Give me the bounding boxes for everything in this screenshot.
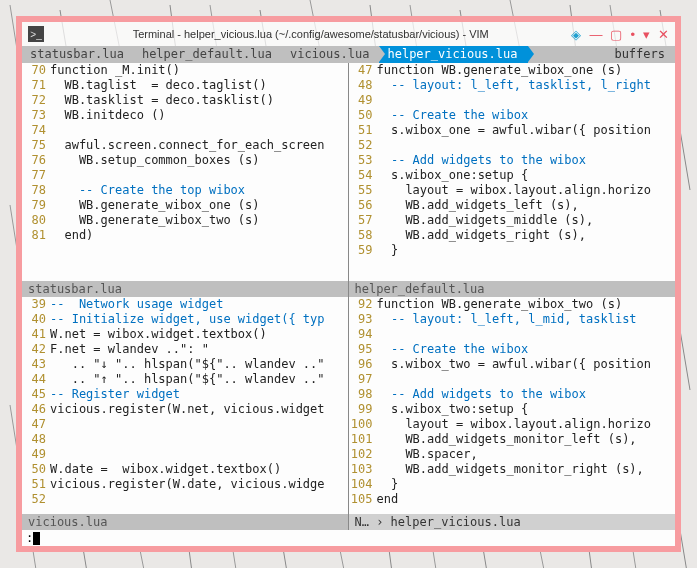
vim-command-line[interactable]: : xyxy=(22,530,675,546)
pane-top-left[interactable]: 70function _M.init()71 WB.taglist = deco… xyxy=(22,63,349,297)
code-text: WB.taglist = deco.taglist() xyxy=(50,78,348,93)
code-line: 47 xyxy=(22,417,348,432)
line-number: 52 xyxy=(349,138,377,153)
code-text: s.wibox_one = awful.wibar({ position xyxy=(377,123,676,138)
code-text: layout = wibox.layout.align.horizo xyxy=(377,417,676,432)
line-number: 74 xyxy=(22,123,50,138)
code-line: 50 -- Create the wibox xyxy=(349,108,676,123)
line-number: 103 xyxy=(349,462,377,477)
code-text: WB.initdeco () xyxy=(50,108,348,123)
code-line: 104 } xyxy=(349,477,676,492)
code-text: WB.generate_wibox_one (s) xyxy=(50,198,348,213)
code-line: 70function _M.init() xyxy=(22,63,348,78)
line-number: 59 xyxy=(349,243,377,258)
line-number: 39 xyxy=(22,297,50,312)
code-line: 39-- Network usage widget xyxy=(22,297,348,312)
line-number: 81 xyxy=(22,228,50,243)
code-text: WB.spacer, xyxy=(377,447,676,462)
line-number: 49 xyxy=(349,93,377,108)
code-line: 92function WB.generate_wibox_two (s) xyxy=(349,297,676,312)
code-text: s.wibox_two:setup { xyxy=(377,402,676,417)
line-number: 51 xyxy=(22,477,50,492)
window-maximize-icon[interactable]: ▢ xyxy=(610,27,622,42)
window-pin-icon[interactable]: ◈ xyxy=(571,27,581,42)
code-text: -- Add widgets to the wibox xyxy=(377,153,676,168)
pane-bottom-left[interactable]: 39-- Network usage widget40-- Initialize… xyxy=(22,297,349,531)
line-number: 54 xyxy=(349,168,377,183)
code-text: -- Create the top wibox xyxy=(50,183,348,198)
code-line: 55 layout = wibox.layout.align.horizo xyxy=(349,183,676,198)
pane-body[interactable]: 47function WB.generate_wibox_one (s)48 -… xyxy=(349,63,676,281)
code-text: -- layout: l_left, tasklist, l_right xyxy=(377,78,676,93)
line-number: 47 xyxy=(349,63,377,78)
code-line: 51vicious.register(W.date, vicious.widge xyxy=(22,477,348,492)
code-text: WB.add_widgets_right (s), xyxy=(377,228,676,243)
line-number: 46 xyxy=(22,402,50,417)
window-dot-icon[interactable]: • xyxy=(630,27,635,42)
code-line: 78 -- Create the top wibox xyxy=(22,183,348,198)
line-number: 55 xyxy=(349,183,377,198)
code-line: 77 xyxy=(22,168,348,183)
line-number: 101 xyxy=(349,432,377,447)
code-text xyxy=(50,492,348,507)
code-line: 103 WB.add_widgets_monitor_right (s), xyxy=(349,462,676,477)
window-minimize-icon[interactable]: — xyxy=(589,27,602,42)
pane-body[interactable]: 70function _M.init()71 WB.taglist = deco… xyxy=(22,63,348,281)
code-line: 101 WB.add_widgets_monitor_left (s), xyxy=(349,432,676,447)
pane-body[interactable]: 39-- Network usage widget40-- Initialize… xyxy=(22,297,348,515)
code-line: 51 s.wibox_one = awful.wibar({ position xyxy=(349,123,676,138)
code-line: 58 WB.add_widgets_right (s), xyxy=(349,228,676,243)
code-text: WB.add_widgets_left (s), xyxy=(377,198,676,213)
code-line: 105end xyxy=(349,492,676,507)
line-number: 53 xyxy=(349,153,377,168)
line-number: 70 xyxy=(22,63,50,78)
code-line: 46vicious.register(W.net, vicious.widget xyxy=(22,402,348,417)
line-number: 98 xyxy=(349,387,377,402)
code-text: -- Create the wibox xyxy=(377,108,676,123)
code-line: 99 s.wibox_two:setup { xyxy=(349,402,676,417)
line-number: 77 xyxy=(22,168,50,183)
code-line: 74 xyxy=(22,123,348,138)
pane-body[interactable]: 92function WB.generate_wibox_two (s)93 -… xyxy=(349,297,676,515)
tab-vicious[interactable]: vicious.lua xyxy=(282,46,379,63)
code-line: 97 xyxy=(349,372,676,387)
code-line: 93 -- layout: l_left, l_mid, tasklist xyxy=(349,312,676,327)
line-number: 94 xyxy=(349,327,377,342)
pane-bottom-right[interactable]: 92function WB.generate_wibox_two (s)93 -… xyxy=(349,297,676,531)
pane-top-right[interactable]: 47function WB.generate_wibox_one (s)48 -… xyxy=(349,63,676,297)
code-line: 52 xyxy=(349,138,676,153)
code-line: 49 xyxy=(349,93,676,108)
code-line: 54 s.wibox_one:setup { xyxy=(349,168,676,183)
code-line: 57 WB.add_widgets_middle (s), xyxy=(349,213,676,228)
code-line: 48 -- layout: l_left, tasklist, l_right xyxy=(349,78,676,93)
line-number: 79 xyxy=(22,198,50,213)
code-text: W.net = wibox.widget.textbox() xyxy=(50,327,348,342)
tab-helper-vicious[interactable]: helper_vicious.lua xyxy=(379,46,527,63)
window-close-icon[interactable]: ✕ xyxy=(658,27,669,42)
tab-statusbar[interactable]: statusbar.lua xyxy=(22,46,134,63)
code-text: W.date = wibox.widget.textbox() xyxy=(50,462,348,477)
code-text xyxy=(377,372,676,387)
code-text: vicious.register(W.date, vicious.widge xyxy=(50,477,348,492)
code-line: 52 xyxy=(22,492,348,507)
window-titlebar: >_ Terminal - helper_vicious.lua (~/.con… xyxy=(22,22,675,46)
line-number: 44 xyxy=(22,372,50,387)
window-title: Terminal - helper_vicious.lua (~/.config… xyxy=(50,28,571,40)
window-restore-icon[interactable]: ▾ xyxy=(643,27,650,42)
line-number: 99 xyxy=(349,402,377,417)
code-line: 96 s.wibox_two = awful.wibar({ position xyxy=(349,357,676,372)
code-line: 56 WB.add_widgets_left (s), xyxy=(349,198,676,213)
line-number: 80 xyxy=(22,213,50,228)
tab-right-label: buffers xyxy=(604,46,675,63)
line-number: 57 xyxy=(349,213,377,228)
line-number: 42 xyxy=(22,342,50,357)
vim-buffer-tabs: statusbar.lua helper_default.lua vicious… xyxy=(22,46,675,63)
tab-helper-default[interactable]: helper_default.lua xyxy=(134,46,282,63)
code-line: 76 WB.setup_common_boxes (s) xyxy=(22,153,348,168)
code-text: .. "↑ ".. hlspan("${".. wlandev .." xyxy=(50,372,348,387)
code-line: 50W.date = wibox.widget.textbox() xyxy=(22,462,348,477)
code-text: -- Register widget xyxy=(50,387,348,402)
code-line: 59 } xyxy=(349,243,676,258)
code-text xyxy=(377,138,676,153)
code-text: end xyxy=(377,492,676,507)
